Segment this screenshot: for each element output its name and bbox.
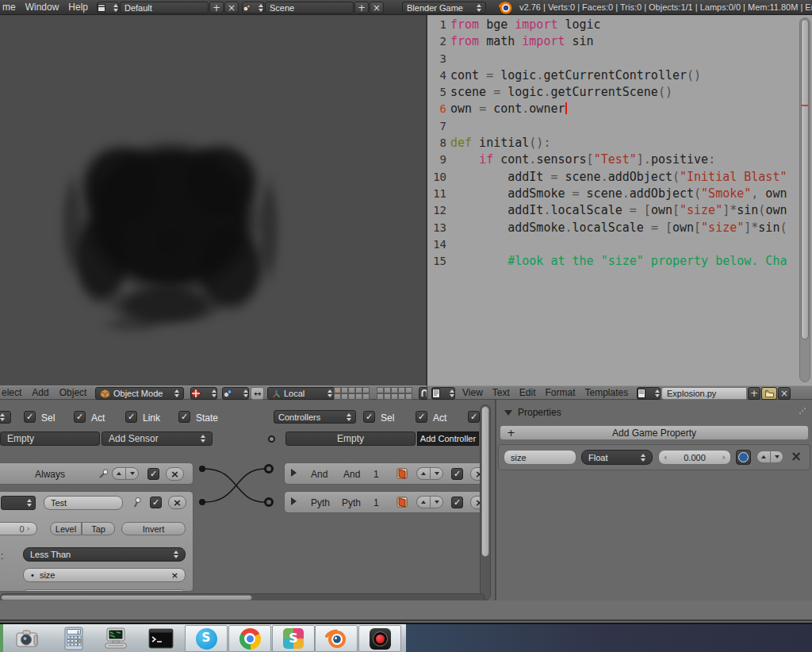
add-sensor-dropdown[interactable]: Add Sensor xyxy=(102,431,213,446)
slack-icon[interactable]: S xyxy=(272,625,315,652)
add-game-property-button[interactable]: + Add Game Property xyxy=(500,425,809,440)
layer-cell[interactable] xyxy=(405,393,412,400)
blender-icon[interactable] xyxy=(315,625,358,652)
scrollbar-thumb[interactable] xyxy=(1,595,252,600)
controller-enable-checkbox[interactable]: ✓ xyxy=(451,497,463,508)
code-line[interactable]: addIt.localScale = [own["size"]*sin(own xyxy=(450,202,799,219)
add-layout-button[interactable]: + xyxy=(209,2,224,13)
chrome-icon[interactable] xyxy=(228,625,271,652)
code-line[interactable]: own = cont.owner xyxy=(450,101,799,117)
layer-cell[interactable] xyxy=(384,393,391,400)
controller-input-socket[interactable] xyxy=(266,466,273,473)
logic-vertical-scrollbar[interactable] xyxy=(480,405,491,600)
pivot-dropdown[interactable] xyxy=(222,387,249,400)
code-line[interactable]: scene = logic.getCurrentScene() xyxy=(450,84,799,101)
close-scene-button[interactable]: × xyxy=(370,2,384,13)
sensor-output-socket[interactable] xyxy=(199,466,205,472)
menu-item[interactable]: Add xyxy=(32,387,48,398)
game-property-name-field[interactable]: size xyxy=(504,450,576,465)
logic-link-wires[interactable] xyxy=(195,460,278,509)
layer-cell[interactable] xyxy=(391,387,398,393)
code-text[interactable]: from bge import logicfrom math import si… xyxy=(450,17,799,270)
state-book-icon[interactable] xyxy=(396,467,410,481)
layer-cell[interactable] xyxy=(405,387,412,393)
code-line[interactable] xyxy=(450,118,799,135)
delete-always-button[interactable]: × xyxy=(166,467,184,481)
move-sensor-updown[interactable] xyxy=(112,467,139,480)
level-button[interactable]: Level xyxy=(50,522,82,535)
frequency-field[interactable]: 0 › xyxy=(0,522,37,535)
open-text-button[interactable] xyxy=(761,387,777,400)
code-line[interactable]: cont = logic.getCurrentController() xyxy=(450,67,799,84)
stepper-right-icon[interactable]: › xyxy=(27,524,30,534)
code-line[interactable]: addSmoke.localScale = [own["size"]*sin( xyxy=(450,220,799,236)
add-controller-button[interactable]: Add Controller xyxy=(417,431,479,446)
pin-icon[interactable] xyxy=(98,468,109,480)
layer-cell[interactable] xyxy=(355,393,362,400)
property-name-field[interactable]: • size × xyxy=(23,568,186,582)
expand-triangle-icon[interactable] xyxy=(291,497,297,505)
layer-cell[interactable] xyxy=(362,393,370,400)
code-line[interactable]: addIt = scene.addObject("Initial Blast" xyxy=(450,169,799,186)
layer-cell[interactable] xyxy=(348,393,355,400)
mode-dropdown[interactable]: Object Mode xyxy=(95,387,184,400)
sensors-act-checkbox[interactable]: ✓ xyxy=(74,411,86,423)
layer-cell[interactable] xyxy=(334,387,341,393)
layer-cell[interactable] xyxy=(334,393,341,400)
menu-item[interactable]: Templates xyxy=(585,387,629,398)
clear-property-icon[interactable]: × xyxy=(171,570,178,581)
evaluation-dropdown[interactable]: Less Than xyxy=(23,547,186,562)
controllers-link-checkbox[interactable]: ✓ xyxy=(468,411,480,423)
sensors-filter-dropdown[interactable] xyxy=(0,411,11,424)
sensor-test-block[interactable]: Test ✓ × 0 › Level Tap Invert : Less Tha… xyxy=(0,491,193,592)
menu-item[interactable]: Text xyxy=(492,387,510,398)
scene-icon-chip[interactable] xyxy=(242,2,264,13)
calculator-icon[interactable]: 8 xyxy=(60,626,87,651)
menu-item[interactable]: Help xyxy=(68,2,88,13)
code-line[interactable]: def initial(): xyxy=(450,135,799,151)
editor-type-dropdown[interactable] xyxy=(431,387,455,400)
add-scene-button[interactable]: + xyxy=(354,2,369,13)
close-layout-button[interactable]: × xyxy=(224,2,239,13)
recorder-icon[interactable] xyxy=(358,625,401,652)
game-property-value-slider[interactable]: ‹ 0.000 › xyxy=(658,450,731,465)
game-property-type-dropdown[interactable]: Float xyxy=(581,450,653,465)
layer-cell[interactable] xyxy=(377,393,384,400)
terminal-icon[interactable] xyxy=(147,626,174,651)
orientation-dropdown[interactable]: Local xyxy=(267,387,337,400)
code-line[interactable]: #look at the "size" property below. Cha xyxy=(450,253,799,270)
menu-item[interactable]: me xyxy=(2,2,16,13)
scrollbar-thumb[interactable] xyxy=(481,406,489,557)
menu-item[interactable]: Window xyxy=(25,2,59,13)
tap-button[interactable]: Tap xyxy=(82,522,115,535)
scrollbar-thumb[interactable] xyxy=(801,19,809,339)
sensor-always-block[interactable]: Always ✓ × xyxy=(0,462,193,485)
move-controller-updown[interactable] xyxy=(416,496,443,508)
layers-grid-1[interactable] xyxy=(334,387,370,400)
expand-triangle-icon[interactable] xyxy=(291,469,297,477)
sensor-object-bar[interactable]: Empty xyxy=(0,431,100,446)
camera-icon[interactable] xyxy=(14,626,41,651)
menu-item[interactable]: Format xyxy=(546,387,576,398)
layer-cell[interactable] xyxy=(348,387,355,393)
computer-icon[interactable] xyxy=(102,626,129,651)
delete-property-button[interactable]: × xyxy=(791,448,802,464)
delete-test-button[interactable]: × xyxy=(168,496,186,509)
controller-python-block[interactable]: Pyth Pyth 1 ✓ × xyxy=(284,491,484,513)
controller-object-bar[interactable]: Empty xyxy=(285,431,416,446)
controller-input-socket[interactable] xyxy=(266,499,273,506)
layer-cell[interactable] xyxy=(398,393,405,400)
sensor-output-socket[interactable] xyxy=(199,499,205,505)
sensors-link-checkbox[interactable]: ✓ xyxy=(125,411,137,423)
panel-grip-icon[interactable] xyxy=(798,406,807,416)
code-line[interactable] xyxy=(450,51,799,67)
new-text-button[interactable]: + xyxy=(748,387,760,400)
controllers-filter-dropdown[interactable]: Controllers xyxy=(274,410,356,424)
layer-cell[interactable] xyxy=(377,387,384,393)
screen-layout-field[interactable]: Default xyxy=(120,2,209,13)
layer-cell[interactable] xyxy=(341,387,348,393)
controller-and-block[interactable]: And And 1 ✓ × xyxy=(284,462,484,485)
code-line[interactable] xyxy=(450,236,799,253)
controller-object-socket[interactable] xyxy=(268,435,275,443)
sensor-name-field[interactable]: Test xyxy=(44,496,123,510)
